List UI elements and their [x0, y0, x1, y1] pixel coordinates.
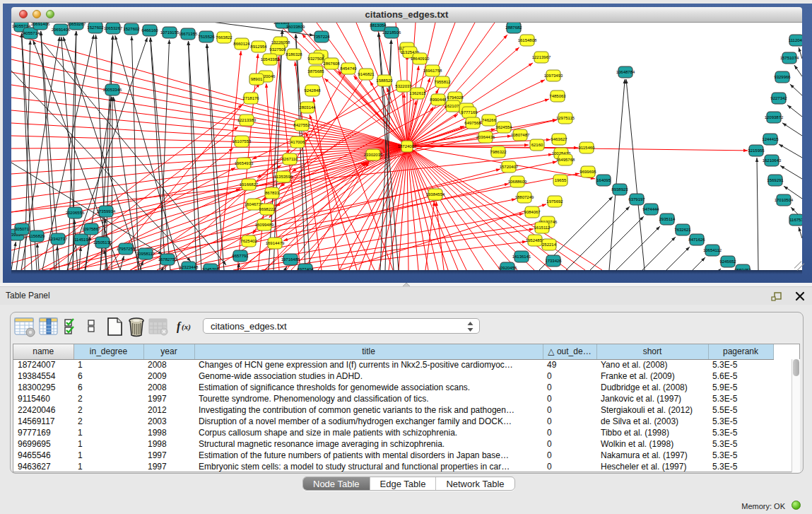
svg-text:3875685: 3875685	[307, 69, 324, 74]
svg-text:16154808: 16154808	[518, 38, 537, 42]
svg-text:15751074: 15751074	[780, 56, 799, 60]
svg-text:1588520: 1588520	[376, 78, 393, 83]
svg-text:17957253: 17957253	[117, 247, 136, 251]
svg-text:1244415: 1244415	[762, 137, 779, 141]
svg-text:17010504: 17010504	[775, 198, 794, 202]
svg-text:7663822: 7663822	[216, 35, 233, 40]
svg-text:10807487: 10807487	[511, 133, 530, 137]
svg-text:16914479: 16914479	[266, 241, 285, 245]
svg-text:2887682: 2887682	[505, 25, 522, 30]
svg-text:1527602: 1527602	[123, 27, 140, 31]
svg-text:20691406: 20691406	[31, 23, 50, 26]
svg-text:6497568: 6497568	[464, 121, 481, 125]
svg-text:10973493: 10973493	[544, 74, 563, 78]
svg-text:9227342: 9227342	[770, 96, 787, 100]
svg-text:19655: 19655	[555, 178, 567, 182]
svg-text:11353594: 11353594	[274, 175, 293, 179]
svg-text:7632621: 7632621	[674, 228, 691, 232]
svg-text:1733426: 1733426	[545, 259, 562, 263]
svg-text:114519: 114519	[74, 238, 88, 242]
svg-text:15720407: 15720407	[500, 165, 519, 169]
svg-text:16671355: 16671355	[179, 32, 198, 36]
svg-text:16033809: 16033809	[286, 25, 305, 29]
svg-text:7986322: 7986322	[490, 150, 507, 154]
svg-text:867833: 867833	[265, 191, 280, 195]
svg-text:9463627: 9463627	[551, 137, 567, 141]
svg-text:20053346: 20053346	[103, 88, 122, 92]
svg-text:10958117: 10958117	[136, 252, 155, 256]
svg-text:16782759: 16782759	[158, 257, 177, 262]
svg-text:20206556: 20206556	[66, 211, 85, 215]
svg-text:18640910: 18640910	[411, 57, 430, 61]
svg-text:9327508: 9327508	[307, 57, 324, 61]
svg-text:6466160: 6466160	[141, 28, 158, 33]
svg-text:18724007: 18724007	[398, 144, 417, 148]
svg-text:10654112: 10654112	[703, 248, 722, 252]
svg-text:8471626: 8471626	[688, 238, 705, 242]
svg-text:9245652: 9245652	[719, 259, 736, 264]
svg-text:8454749: 8454749	[340, 66, 357, 71]
svg-text:9115460: 9115460	[579, 146, 596, 150]
svg-text:10719155: 10719155	[160, 30, 180, 35]
svg-text:16099489: 16099489	[255, 223, 274, 227]
svg-text:2935114: 2935114	[659, 217, 676, 221]
svg-text:10648784: 10648784	[616, 70, 635, 74]
svg-text:3215955: 3215955	[748, 148, 765, 153]
svg-text:5322037: 5322037	[395, 84, 412, 88]
svg-text:8813054: 8813054	[370, 23, 387, 28]
svg-text:7625402: 7625402	[240, 239, 257, 243]
svg-text:9657791: 9657791	[232, 254, 249, 258]
svg-text:19716485: 19716485	[281, 257, 300, 262]
svg-text:8660124: 8660124	[233, 42, 250, 46]
svg-text:3624554: 3624554	[495, 125, 512, 129]
svg-text:9146821: 9146821	[358, 72, 375, 76]
svg-text:9327509: 9327509	[269, 47, 286, 52]
svg-text:14055714: 14055714	[21, 31, 40, 35]
svg-text:19166827: 19166827	[240, 182, 259, 187]
svg-text:16961758: 16961758	[423, 69, 442, 73]
svg-text:17359934: 17359934	[97, 209, 116, 214]
svg-text:10653267: 10653267	[67, 23, 86, 26]
svg-text:20691406: 20691406	[52, 28, 71, 32]
svg-text:417006: 417006	[290, 140, 305, 144]
svg-text:9242848: 9242848	[304, 88, 321, 93]
svg-text:9777169: 9777169	[461, 110, 478, 115]
svg-text:12213967: 12213967	[532, 55, 551, 59]
svg-text:8938923: 8938923	[611, 187, 628, 192]
svg-text:14136141: 14136141	[512, 255, 531, 259]
svg-text:1362615: 1362615	[409, 91, 426, 95]
svg-text:98901: 98901	[251, 77, 263, 81]
svg-text:1569291: 1569291	[767, 178, 784, 182]
svg-text:6794028: 6794028	[447, 95, 464, 100]
svg-text:3698222: 3698222	[259, 207, 276, 211]
svg-text:6379197: 6379197	[628, 197, 645, 201]
svg-text:252214: 252214	[542, 243, 557, 247]
svg-text:10543382: 10543382	[261, 57, 280, 62]
svg-text:9329966: 9329966	[774, 75, 791, 79]
svg-text:305071: 305071	[15, 227, 30, 231]
svg-text:9474444: 9474444	[642, 207, 659, 211]
svg-text:7357224: 7357224	[313, 35, 330, 39]
svg-text:12323448: 12323448	[180, 265, 199, 269]
svg-text:8912954: 8912954	[250, 45, 267, 49]
svg-text:8427552: 8427552	[293, 123, 310, 127]
svg-text:2718176: 2718176	[242, 96, 259, 100]
svg-text:16210643: 16210643	[763, 158, 782, 163]
svg-text:3267110: 3267110	[282, 157, 299, 161]
svg-text:(x): (x)	[182, 322, 191, 332]
svg-text:18807249: 18807249	[515, 195, 534, 199]
svg-text:9084067: 9084067	[524, 210, 541, 214]
svg-text:1156829: 1156829	[29, 234, 46, 238]
svg-text:16107553: 16107553	[233, 139, 252, 144]
svg-text:1615112: 1615112	[534, 226, 551, 230]
svg-text:164095: 164095	[596, 178, 611, 182]
svg-text:8186328: 8186328	[286, 52, 302, 57]
svg-text:f: f	[177, 320, 182, 333]
svg-text:746266: 746266	[482, 118, 497, 122]
svg-text:9699695: 9699695	[579, 170, 596, 174]
svg-text:7485063: 7485063	[549, 94, 566, 98]
svg-text:7955812: 7955812	[434, 80, 451, 84]
svg-text:1112045: 1112045	[789, 38, 802, 42]
svg-text:16495768: 16495768	[556, 158, 575, 162]
svg-text:12342737: 12342737	[49, 237, 68, 241]
